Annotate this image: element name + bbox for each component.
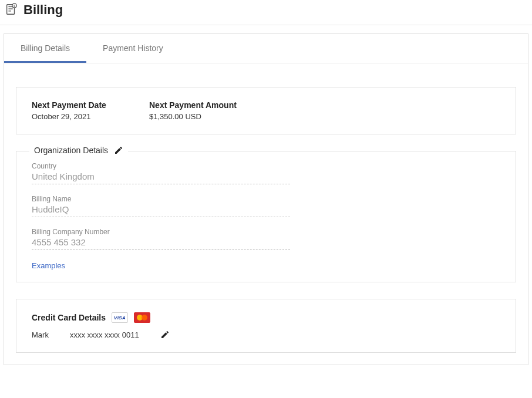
mastercard-icon: [134, 312, 150, 323]
payment-summary-box: Next Payment Date October 29, 2021 Next …: [16, 87, 516, 134]
tab-label: Payment History: [103, 43, 163, 53]
tab-payment-history[interactable]: Payment History: [86, 34, 180, 63]
organization-details-legend: Organization Details: [29, 146, 128, 155]
next-payment-amount: Next Payment Amount $1,350.00 USD: [149, 100, 243, 121]
tabs-bar: Billing Details Payment History: [4, 34, 528, 63]
card-masked-number: xxxx xxxx xxxx 0011: [70, 330, 139, 339]
company-number-field: Billing Company Number 4555 455 332: [32, 228, 290, 250]
next-payment-date: Next Payment Date October 29, 2021: [32, 100, 126, 121]
edit-card-button[interactable]: [160, 330, 170, 339]
edit-organization-button[interactable]: [114, 146, 123, 155]
tab-billing-details[interactable]: Billing Details: [4, 34, 86, 63]
page-title: Billing: [23, 2, 63, 18]
credit-card-title: Credit Card Details: [32, 313, 106, 322]
company-number-value: 4555 455 332: [32, 237, 290, 250]
billing-name-value: HuddleIQ: [32, 204, 290, 217]
billing-name-label: Billing Name: [32, 195, 290, 203]
next-payment-amount-label: Next Payment Amount: [149, 100, 243, 110]
examples-link[interactable]: Examples: [32, 261, 65, 270]
svg-text:$: $: [14, 4, 15, 7]
page-header: $ Billing: [0, 0, 532, 25]
billing-container: Billing Details Payment History Next Pay…: [4, 33, 528, 365]
credit-card-row: Mark xxxx xxxx xxxx 0011: [32, 330, 500, 339]
next-payment-date-value: October 29, 2021: [32, 112, 126, 121]
credit-card-section: Credit Card Details VISA Mark xxxx xxxx …: [16, 299, 516, 353]
visa-icon: VISA: [112, 312, 128, 323]
billing-name-field: Billing Name HuddleIQ: [32, 195, 290, 217]
next-payment-date-label: Next Payment Date: [32, 100, 126, 110]
tab-content: Next Payment Date October 29, 2021 Next …: [4, 63, 528, 353]
country-value: United Kingdom: [32, 171, 290, 184]
country-field: Country United Kingdom: [32, 162, 290, 184]
organization-details-title: Organization Details: [34, 146, 108, 155]
credit-card-header: Credit Card Details VISA: [32, 312, 500, 323]
company-number-label: Billing Company Number: [32, 228, 290, 236]
cardholder-name: Mark: [32, 330, 49, 339]
country-label: Country: [32, 162, 290, 170]
billing-icon: $: [5, 3, 18, 18]
organization-details-section: Organization Details Country United King…: [16, 151, 516, 282]
next-payment-amount-value: $1,350.00 USD: [149, 112, 243, 121]
tab-label: Billing Details: [21, 43, 70, 53]
